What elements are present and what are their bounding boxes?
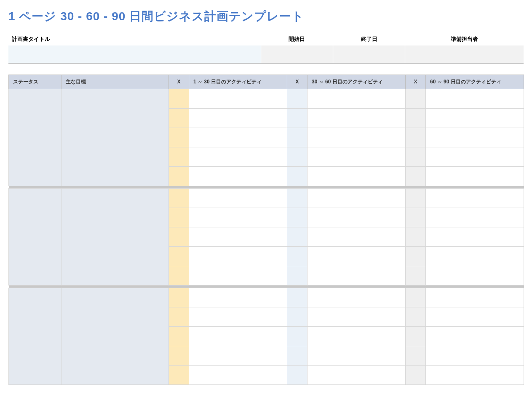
check-1-30[interactable]: [169, 307, 189, 326]
activity-1-30[interactable]: [189, 147, 287, 166]
input-plan-title[interactable]: [8, 45, 261, 63]
check-30-60[interactable]: [287, 227, 307, 246]
activity-60-90[interactable]: [426, 227, 524, 246]
activity-30-60[interactable]: [307, 188, 406, 208]
activity-1-30[interactable]: [189, 307, 287, 326]
activity-30-60[interactable]: [307, 208, 406, 227]
check-30-60[interactable]: [287, 307, 307, 326]
activity-60-90[interactable]: [426, 288, 524, 307]
check-30-60[interactable]: [287, 89, 307, 108]
check-30-60[interactable]: [287, 346, 307, 365]
activity-60-90[interactable]: [426, 365, 524, 384]
activity-30-60[interactable]: [307, 108, 406, 128]
check-30-60[interactable]: [287, 208, 307, 227]
activity-30-60[interactable]: [307, 166, 406, 186]
input-end-date[interactable]: [333, 45, 405, 63]
activity-1-30[interactable]: [189, 166, 287, 186]
activity-60-90[interactable]: [426, 307, 524, 326]
input-prepared-by[interactable]: [405, 45, 524, 63]
activity-30-60[interactable]: [307, 346, 406, 365]
check-1-30[interactable]: [169, 147, 189, 166]
check-30-60[interactable]: [287, 326, 307, 346]
activity-60-90[interactable]: [426, 108, 524, 128]
check-30-60[interactable]: [287, 266, 307, 285]
activity-60-90[interactable]: [426, 266, 524, 285]
check-1-30[interactable]: [169, 128, 189, 147]
activity-60-90[interactable]: [426, 326, 524, 346]
check-60-90[interactable]: [406, 266, 426, 285]
check-1-30[interactable]: [169, 188, 189, 208]
activity-1-30[interactable]: [189, 365, 287, 384]
check-60-90[interactable]: [406, 128, 426, 147]
activity-1-30[interactable]: [189, 246, 287, 266]
check-1-30[interactable]: [169, 166, 189, 186]
check-60-90[interactable]: [406, 346, 426, 365]
activity-60-90[interactable]: [426, 246, 524, 266]
check-60-90[interactable]: [406, 188, 426, 208]
check-60-90[interactable]: [406, 89, 426, 108]
input-start-date[interactable]: [261, 45, 333, 63]
activity-60-90[interactable]: [426, 188, 524, 208]
goal-cell[interactable]: [61, 288, 169, 384]
check-1-30[interactable]: [169, 288, 189, 307]
check-30-60[interactable]: [287, 365, 307, 384]
check-1-30[interactable]: [169, 266, 189, 285]
check-1-30[interactable]: [169, 208, 189, 227]
check-60-90[interactable]: [406, 246, 426, 266]
check-1-30[interactable]: [169, 227, 189, 246]
check-60-90[interactable]: [406, 147, 426, 166]
check-30-60[interactable]: [287, 147, 307, 166]
activity-60-90[interactable]: [426, 147, 524, 166]
check-60-90[interactable]: [406, 227, 426, 246]
activity-30-60[interactable]: [307, 365, 406, 384]
check-60-90[interactable]: [406, 208, 426, 227]
activity-30-60[interactable]: [307, 147, 406, 166]
activity-30-60[interactable]: [307, 246, 406, 266]
activity-60-90[interactable]: [426, 208, 524, 227]
activity-30-60[interactable]: [307, 266, 406, 285]
activity-1-30[interactable]: [189, 288, 287, 307]
activity-60-90[interactable]: [426, 89, 524, 108]
activity-60-90[interactable]: [426, 128, 524, 147]
activity-30-60[interactable]: [307, 326, 406, 346]
check-30-60[interactable]: [287, 188, 307, 208]
activity-1-30[interactable]: [189, 227, 287, 246]
check-1-30[interactable]: [169, 89, 189, 108]
check-30-60[interactable]: [287, 288, 307, 307]
status-cell[interactable]: [9, 89, 61, 186]
check-1-30[interactable]: [169, 108, 189, 128]
check-60-90[interactable]: [406, 108, 426, 128]
goal-cell[interactable]: [61, 89, 169, 186]
activity-60-90[interactable]: [426, 346, 524, 365]
activity-30-60[interactable]: [307, 128, 406, 147]
activity-30-60[interactable]: [307, 89, 406, 108]
activity-1-30[interactable]: [189, 208, 287, 227]
activity-1-30[interactable]: [189, 266, 287, 285]
status-cell[interactable]: [9, 188, 61, 285]
check-60-90[interactable]: [406, 326, 426, 346]
check-30-60[interactable]: [287, 166, 307, 186]
activity-30-60[interactable]: [307, 227, 406, 246]
check-30-60[interactable]: [287, 128, 307, 147]
activity-1-30[interactable]: [189, 188, 287, 208]
check-1-30[interactable]: [169, 246, 189, 266]
check-60-90[interactable]: [406, 365, 426, 384]
activity-1-30[interactable]: [189, 326, 287, 346]
check-1-30[interactable]: [169, 326, 189, 346]
activity-1-30[interactable]: [189, 346, 287, 365]
status-cell[interactable]: [9, 288, 61, 384]
activity-60-90[interactable]: [426, 166, 524, 186]
check-1-30[interactable]: [169, 365, 189, 384]
check-30-60[interactable]: [287, 108, 307, 128]
activity-30-60[interactable]: [307, 307, 406, 326]
check-30-60[interactable]: [287, 246, 307, 266]
activity-1-30[interactable]: [189, 108, 287, 128]
check-60-90[interactable]: [406, 166, 426, 186]
activity-1-30[interactable]: [189, 89, 287, 108]
activity-30-60[interactable]: [307, 288, 406, 307]
goal-cell[interactable]: [61, 188, 169, 285]
check-1-30[interactable]: [169, 346, 189, 365]
check-60-90[interactable]: [406, 307, 426, 326]
activity-1-30[interactable]: [189, 128, 287, 147]
check-60-90[interactable]: [406, 288, 426, 307]
